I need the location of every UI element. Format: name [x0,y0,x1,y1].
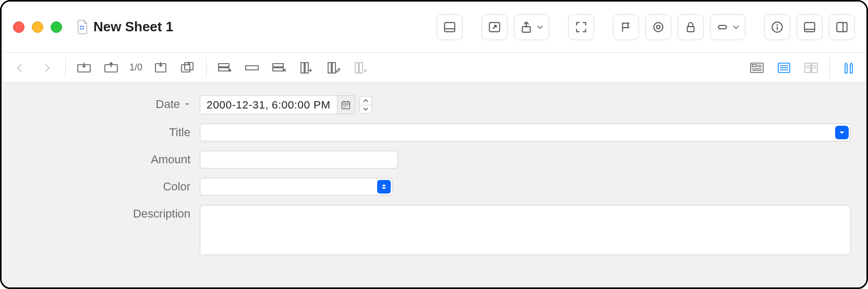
svg-rect-25 [219,68,229,71]
title-dropdown-button[interactable] [835,126,849,139]
save-all-button[interactable] [179,59,197,77]
delete-row-button[interactable] [270,59,288,77]
nav-back-button[interactable] [11,59,29,77]
form-view-button[interactable] [775,59,793,77]
tag-button[interactable] [710,14,745,40]
svg-rect-0 [80,26,81,27]
zoom-window-button[interactable] [51,21,62,33]
form-area: Date 2000-12-31, 6:00:00 PM Title [2,83,866,287]
split-view-button[interactable] [802,59,820,77]
close-window-button[interactable] [13,21,25,33]
design-tools-button[interactable] [839,59,857,77]
amount-label: Amount [17,151,200,166]
color-select[interactable] [200,178,393,196]
svg-rect-36 [752,65,756,67]
nav-forward-button[interactable] [38,59,56,77]
svg-rect-1 [82,26,84,27]
date-field[interactable]: 2000-12-31, 6:00:00 PM [200,95,355,114]
duplicate-row-button[interactable] [243,59,261,77]
svg-rect-26 [246,66,258,70]
add-row-button[interactable] [216,59,234,77]
title-input[interactable] [200,124,832,141]
svg-rect-15 [804,22,815,31]
svg-rect-3 [82,28,84,29]
stepper-up-icon[interactable] [360,97,371,105]
svg-point-14 [777,25,777,25]
svg-rect-34 [359,63,363,73]
svg-rect-17 [837,22,847,31]
edit-column-button[interactable] [324,59,342,77]
minimize-window-button[interactable] [32,21,43,33]
amount-input[interactable] [200,151,398,168]
add-column-button[interactable] [297,59,315,77]
date-value[interactable]: 2000-12-31, 6:00:00 PM [200,99,337,111]
svg-rect-29 [301,63,304,73]
document-icon [77,20,88,34]
description-label: Description [17,205,200,221]
title-field[interactable] [200,124,851,141]
select-arrows-icon[interactable] [377,180,391,194]
svg-rect-10 [688,26,694,31]
chevron-down-icon[interactable] [184,101,190,107]
date-label: Date [17,95,200,111]
color-label: Color [17,178,200,194]
panel-toggle-button[interactable] [437,14,463,40]
lock-button[interactable] [678,14,704,40]
import-button[interactable] [75,59,93,77]
calendar-button[interactable] [337,96,355,114]
record-toolbar: 1/0 [2,53,866,83]
delete-column-button[interactable] [352,59,369,77]
svg-rect-28 [273,68,283,71]
record-counter: 1/0 [129,62,142,73]
svg-rect-27 [273,64,283,67]
svg-rect-30 [305,63,308,73]
svg-rect-4 [444,22,455,31]
date-stepper[interactable] [359,96,372,114]
fullscreen-button[interactable] [568,14,594,40]
share-button[interactable] [514,14,549,40]
title-label: Title [17,124,200,139]
bottom-panel-button[interactable] [797,14,823,40]
svg-rect-22 [182,65,190,72]
side-panel-button[interactable] [829,14,855,40]
window-controls [13,21,62,33]
info-button[interactable] [764,14,790,40]
card-view-button[interactable] [748,59,766,77]
svg-rect-11 [718,25,726,29]
svg-rect-2 [80,28,81,29]
svg-rect-32 [332,63,335,73]
flag-button[interactable] [613,14,639,40]
svg-point-8 [654,22,662,31]
description-textarea[interactable] [200,205,851,255]
svg-rect-24 [219,64,229,67]
svg-point-9 [657,25,660,29]
record-button[interactable] [645,14,671,40]
save-record-button[interactable] [152,59,170,77]
svg-rect-33 [355,63,358,73]
titlebar: New Sheet 1 [2,2,866,53]
open-external-button[interactable] [481,14,508,40]
stepper-down-icon[interactable] [360,105,371,114]
document-title: New Sheet 1 [93,19,173,35]
svg-rect-51 [342,102,350,109]
svg-rect-31 [328,63,331,73]
export-button[interactable] [102,59,120,77]
